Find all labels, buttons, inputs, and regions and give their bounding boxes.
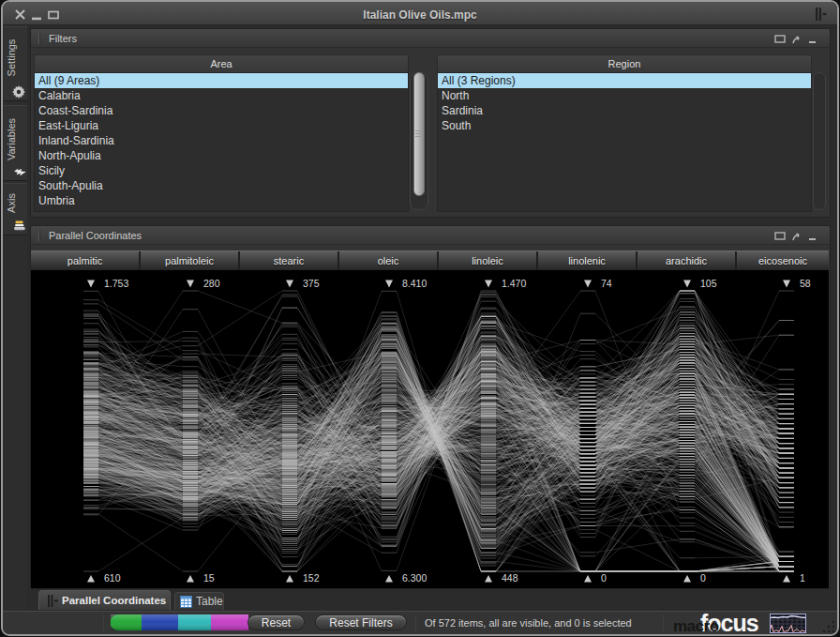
svg-text:1.753: 1.753 bbox=[104, 278, 128, 289]
svg-text:8.410: 8.410 bbox=[402, 278, 427, 289]
svg-text:0: 0 bbox=[700, 572, 706, 584]
svg-text:280: 280 bbox=[203, 278, 220, 289]
svg-text:1.470: 1.470 bbox=[502, 278, 526, 289]
svg-text:58: 58 bbox=[800, 278, 811, 289]
svg-text:15: 15 bbox=[203, 572, 215, 584]
svg-text:375: 375 bbox=[303, 278, 320, 289]
svg-text:6.300: 6.300 bbox=[402, 572, 427, 584]
svg-text:74: 74 bbox=[601, 278, 612, 289]
svg-text:448: 448 bbox=[502, 572, 518, 584]
svg-text:610: 610 bbox=[104, 572, 121, 584]
svg-text:0: 0 bbox=[601, 572, 607, 584]
svg-text:152: 152 bbox=[303, 572, 320, 584]
svg-text:1: 1 bbox=[800, 572, 805, 584]
svg-text:105: 105 bbox=[700, 278, 717, 289]
